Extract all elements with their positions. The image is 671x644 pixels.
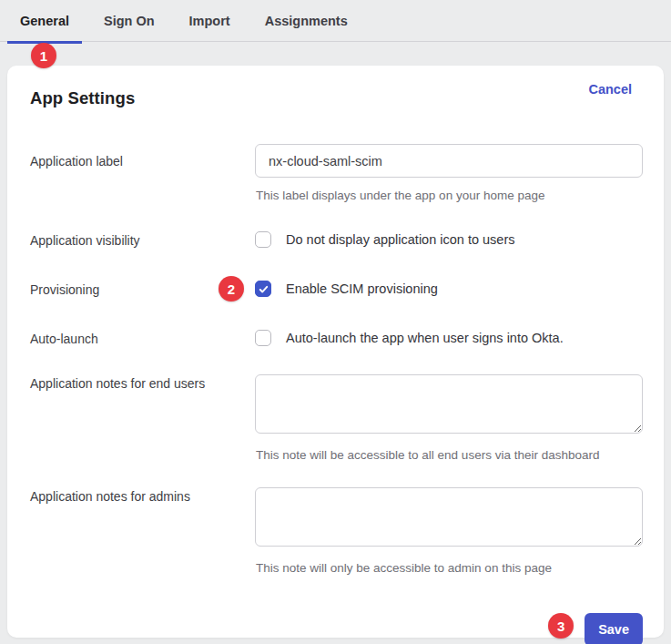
- step-badge-2: 2: [219, 276, 244, 302]
- tab-bar: General Sign On Import Assignments: [0, 0, 671, 42]
- page-title: App Settings: [30, 88, 135, 108]
- tab-general[interactable]: General: [20, 0, 69, 42]
- auto-launch-checkbox-label[interactable]: Auto-launch the app when user signs into…: [286, 331, 564, 345]
- notes-admins-row: Application notes for admins This note w…: [30, 487, 664, 575]
- notes-admins-control: This note will only be accessible to adm…: [255, 487, 643, 575]
- step-badge-1: 1: [31, 43, 56, 68]
- provisioning-control: 2 Enable SCIM provisioning: [255, 281, 643, 297]
- application-label-help: This label displays under the app on you…: [255, 189, 643, 202]
- notes-admins-help: This note will only be accessible to adm…: [255, 561, 643, 575]
- notes-end-users-control: This note will be accessible to all end …: [255, 374, 643, 462]
- application-visibility-checkbox-label[interactable]: Do not display application icon to users: [286, 232, 514, 247]
- application-label-control: This label displays under the app on you…: [255, 144, 643, 202]
- tab-general-label: General: [20, 14, 69, 28]
- auto-launch-control: Auto-launch the app when user signs into…: [255, 330, 643, 346]
- step-badge-3: 3: [548, 613, 574, 639]
- notes-end-users-row: Application notes for end users This not…: [30, 374, 664, 462]
- application-visibility-row: Application visibility Do not display ap…: [30, 231, 664, 248]
- cancel-link[interactable]: Cancel: [588, 82, 632, 97]
- application-visibility-control: Do not display application icon to users: [255, 231, 643, 248]
- auto-launch-label: Auto-launch: [30, 330, 255, 346]
- tab-assignments[interactable]: Assignments: [265, 0, 348, 42]
- tab-sign-on[interactable]: Sign On: [104, 0, 155, 42]
- application-label-input[interactable]: [255, 144, 643, 178]
- provisioning-checkbox-label[interactable]: Enable SCIM provisioning: [286, 281, 438, 296]
- provisioning-checkbox[interactable]: [255, 281, 271, 297]
- tab-sign-on-label: Sign On: [104, 14, 155, 28]
- notes-end-users-textarea[interactable]: [255, 374, 643, 434]
- provisioning-row: Provisioning 2 Enable SCIM provisioning: [30, 281, 664, 297]
- application-label-row: Application label This label displays un…: [30, 144, 664, 202]
- application-visibility-label: Application visibility: [30, 231, 255, 248]
- notes-admins-label: Application notes for admins: [30, 487, 255, 504]
- app-settings-card: App Settings Cancel Application label Th…: [7, 66, 664, 638]
- card-header: App Settings Cancel: [7, 88, 664, 108]
- application-label-label: Application label: [30, 144, 255, 169]
- page: General Sign On Import Assignments 1 App…: [0, 0, 671, 644]
- save-row: 3 Save: [30, 613, 664, 644]
- auto-launch-row: Auto-launch Auto-launch the app when use…: [30, 330, 664, 346]
- app-settings-form: Application label This label displays un…: [7, 144, 664, 644]
- tab-import[interactable]: Import: [189, 0, 230, 42]
- notes-end-users-help: This note will be accessible to all end …: [255, 448, 643, 462]
- notes-admins-textarea[interactable]: [255, 487, 643, 547]
- auto-launch-checkbox[interactable]: [255, 330, 271, 346]
- notes-end-users-label: Application notes for end users: [30, 374, 255, 391]
- checkmark-icon: [258, 283, 269, 295]
- tab-import-label: Import: [189, 14, 230, 28]
- tab-assignments-label: Assignments: [265, 14, 348, 28]
- save-button[interactable]: Save: [585, 613, 643, 644]
- application-visibility-checkbox[interactable]: [255, 231, 271, 248]
